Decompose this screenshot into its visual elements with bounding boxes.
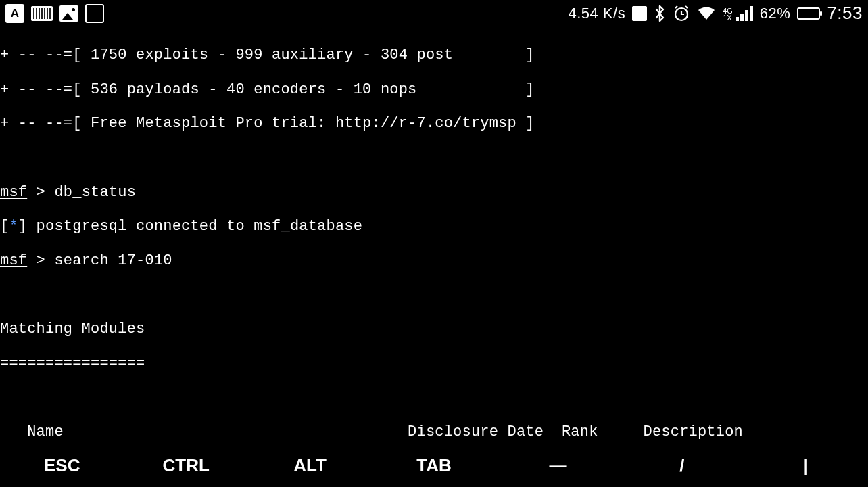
key-slash[interactable]: / [620, 456, 744, 476]
key-alt[interactable]: ALT [248, 456, 372, 476]
wifi-icon [697, 6, 716, 21]
app-rect-icon [85, 4, 104, 23]
blank-line [0, 149, 868, 166]
output-line: [*] postgresql connected to msf_database [0, 218, 868, 235]
prompt-line: msf > search 17-010 [0, 252, 868, 269]
status-message: postgresql connected to msf_database [27, 218, 362, 235]
bluetooth-icon [654, 5, 666, 22]
image-icon [59, 5, 78, 22]
status-star: * [9, 218, 18, 235]
command: db_status [54, 184, 136, 201]
status-right: 4.54 K/s 4G 1X [568, 3, 863, 24]
banner-line: + -- --=[ Free Metasploit Pro trial: htt… [0, 115, 868, 132]
status-left: A [5, 4, 104, 23]
blank-line [0, 286, 868, 303]
command: search 17-010 [54, 252, 172, 269]
alarm-icon [673, 5, 690, 22]
cell-signal-icon: 4G 1X [723, 6, 753, 21]
status-bar: A 4.54 K/s 4G 1X [0, 0, 868, 27]
battery-icon [797, 7, 820, 20]
key-ctrl[interactable]: CTRL [124, 456, 247, 476]
table-rule: ================ [0, 355, 868, 372]
banner-line: + -- --=[ 536 payloads - 40 encoders - 1… [0, 81, 868, 98]
prompt-label: msf [0, 184, 27, 201]
blank-line [0, 389, 868, 406]
clock: 7:53 [827, 3, 863, 24]
table-title: Matching Modules [0, 321, 868, 338]
prompt-line: msf > db_status [0, 184, 868, 201]
table-header: Name Disclosure Date Rank Description [0, 423, 868, 440]
key-esc[interactable]: ESC [0, 456, 124, 476]
extra-keys-bar: ESC CTRL ALT TAB — / | [0, 445, 868, 487]
signal-label-bottom: 1X [723, 14, 731, 21]
input-mode-icon[interactable]: A [5, 4, 24, 23]
terminal[interactable]: + -- --=[ 1750 exploits - 999 auxiliary … [0, 27, 868, 487]
prompt-label: msf [0, 252, 27, 269]
keyboard-icon [31, 6, 53, 21]
key-tab[interactable]: TAB [372, 456, 496, 476]
network-speed: 4.54 K/s [568, 5, 625, 22]
battery-percent: 62% [760, 5, 791, 22]
key-pipe[interactable]: | [744, 456, 868, 476]
stop-icon [632, 6, 647, 21]
banner-line: + -- --=[ 1750 exploits - 999 auxiliary … [0, 47, 868, 64]
key-dash[interactable]: — [496, 456, 620, 476]
